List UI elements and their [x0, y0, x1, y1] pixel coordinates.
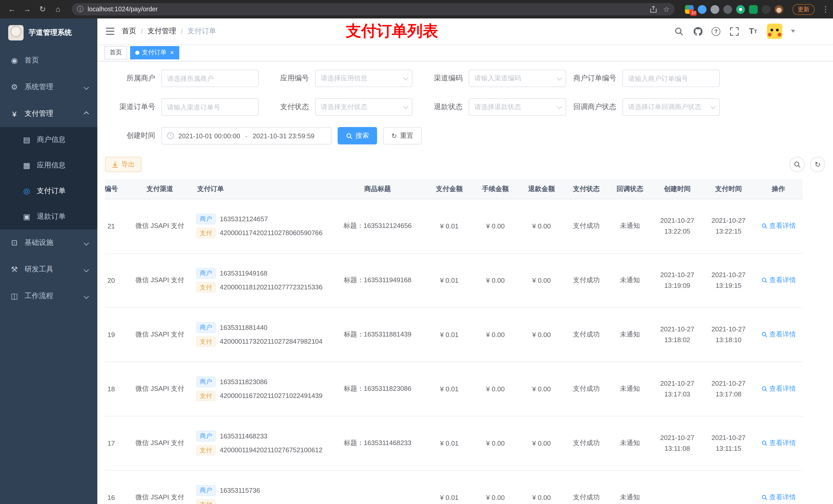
- sidebar-item-label: 基础设施: [25, 238, 85, 247]
- merchant-badge: 商户: [196, 431, 216, 441]
- extension-icon[interactable]: 10: [685, 5, 694, 14]
- pay-badge: 支付: [196, 390, 216, 401]
- channel-order-no-input[interactable]: [161, 98, 259, 116]
- col-actions: 操作: [754, 179, 803, 199]
- extension-icon[interactable]: [762, 5, 770, 14]
- create-time-range-picker[interactable]: 2021-10-01 00:00:00 - 2021-10-31 23:59:5…: [161, 127, 331, 144]
- sidebar-item-pay-order[interactable]: ◎ 支付订单: [0, 178, 97, 204]
- search-icon[interactable]: [674, 26, 684, 37]
- callback-status-select[interactable]: 请选择订单回调商户状态: [622, 98, 720, 116]
- app-filter-select[interactable]: 请选择应用信息: [315, 70, 412, 87]
- menu-fold-icon[interactable]: [105, 27, 115, 35]
- toggle-search-button[interactable]: [789, 157, 805, 172]
- view-detail-link[interactable]: 查看详情: [761, 438, 796, 448]
- pay-status-select[interactable]: 请选择支付状态: [315, 98, 412, 116]
- browser-back-icon[interactable]: ←: [6, 4, 18, 15]
- extension-icon[interactable]: [711, 5, 719, 14]
- extension-icon[interactable]: [698, 5, 707, 14]
- chevron-down-icon: [84, 240, 89, 245]
- sidebar-item-app-info[interactable]: ▦ 应用信息: [0, 153, 97, 178]
- filter-merchant: 所属商户: [105, 70, 259, 87]
- browser-reload-icon[interactable]: ↻: [37, 4, 48, 15]
- sidebar-item-refund-order[interactable]: ▣ 退款订单: [0, 204, 97, 230]
- github-icon[interactable]: [693, 26, 703, 37]
- view-detail-link[interactable]: 查看详情: [761, 221, 796, 231]
- date-line: 2021-10-27: [652, 432, 703, 443]
- sidebar-item-payment[interactable]: ¥ 支付管理: [0, 100, 97, 127]
- tab-pay-order[interactable]: 支付订单 ×: [130, 46, 179, 59]
- user-avatar[interactable]: [767, 24, 782, 39]
- pay-badge: 支付: [196, 336, 216, 347]
- extension-icon[interactable]: [736, 5, 745, 14]
- breadcrumb-home[interactable]: 首页: [122, 27, 136, 36]
- filter-row: 渠道订单号 支付状态 请选择支付状态 退款状态 请选择退款状态: [97, 98, 833, 116]
- cell-id: 20: [105, 253, 126, 307]
- address-bar[interactable]: ⓘ localhost:1024/pay/order ☆: [72, 3, 675, 15]
- fullscreen-icon[interactable]: [729, 26, 739, 37]
- sidebar-item-system[interactable]: ⚙ 系统管理: [0, 74, 97, 100]
- sidebar-item-infrastructure[interactable]: ⊡ 基础设施: [0, 230, 97, 256]
- cell-actions: 查看详情: [754, 199, 803, 253]
- app-logo-row[interactable]: 芋道管理系统: [0, 19, 97, 47]
- time-line: 13:11:08: [652, 443, 703, 454]
- filter-label: 创建时间: [105, 131, 161, 140]
- sidebar-item-merchant-info[interactable]: ▤ 商户信息: [0, 127, 97, 153]
- select-placeholder: 请输入渠道编码: [474, 74, 521, 83]
- chrome-update-button[interactable]: 更新: [792, 4, 814, 15]
- tab-close-icon[interactable]: ×: [170, 49, 174, 56]
- filter-create-time: 创建时间 2021-10-01 00:00:00 - 2021-10-31 23…: [105, 127, 422, 144]
- col-create-time: 创建时间: [652, 179, 703, 199]
- time-line: 13:17:03: [652, 389, 703, 400]
- view-detail-link[interactable]: 查看详情: [761, 384, 796, 393]
- site-info-icon[interactable]: ⓘ: [77, 5, 84, 14]
- cell-notify: 未通知: [608, 362, 652, 416]
- magnifier-icon: [761, 440, 767, 446]
- sidebar-item-dev-tools[interactable]: ⚒ 研发工具: [0, 256, 97, 283]
- profile-avatar-icon[interactable]: [775, 5, 783, 14]
- pay-order-number: 4200001181202110277723215336: [220, 283, 323, 291]
- magnifier-icon: [761, 494, 767, 500]
- sidebar-item-home[interactable]: ◉ 首页: [0, 47, 97, 74]
- refresh-table-button[interactable]: ↻: [810, 157, 825, 172]
- bookmark-star-icon[interactable]: ☆: [663, 5, 670, 13]
- sidebar-item-workflow[interactable]: ◫ 工作流程: [0, 283, 97, 309]
- chrome-menu-icon[interactable]: ⋮: [822, 4, 827, 15]
- col-notify: 回调状态: [608, 179, 652, 199]
- share-icon[interactable]: [650, 6, 657, 13]
- cell-notify: 未通知: [608, 307, 652, 362]
- cell-id: 18: [105, 362, 126, 416]
- merchant-filter-input[interactable]: [161, 70, 259, 87]
- merchant-order-line: 商户 1635311468233: [193, 431, 329, 441]
- reset-button[interactable]: ↻ 重置: [383, 127, 422, 144]
- time-line: 13:18:10: [703, 334, 754, 345]
- view-detail-link[interactable]: 查看详情: [761, 493, 796, 502]
- user-menu-caret-icon[interactable]: [791, 30, 795, 33]
- search-button[interactable]: 搜索: [338, 127, 377, 144]
- tab-label: 支付订单: [142, 48, 166, 57]
- font-size-icon[interactable]: TT: [748, 26, 758, 37]
- help-icon[interactable]: ?: [712, 27, 720, 35]
- cell-create-time: [652, 470, 703, 504]
- date-line: 2021-10-27: [703, 378, 754, 389]
- pay-badge: 支付: [196, 445, 216, 455]
- cell-pay-time: 2021-10-27 13:22:15: [703, 199, 754, 253]
- channel-code-select[interactable]: 请输入渠道编码: [469, 70, 566, 87]
- export-button[interactable]: 导出: [105, 157, 141, 172]
- view-detail-link[interactable]: 查看详情: [761, 275, 796, 285]
- breadcrumb-pay-manage[interactable]: 支付管理: [147, 27, 176, 36]
- view-detail-label: 查看详情: [769, 438, 796, 448]
- merchant-order-line: 商户 16353115736: [193, 485, 329, 496]
- merchant-order-no-input[interactable]: [622, 70, 720, 87]
- extension-icon[interactable]: [749, 5, 758, 14]
- extension-icon[interactable]: [723, 5, 732, 14]
- pay-order-line: 支付 4200001167202110271022491439: [193, 390, 329, 401]
- sidebar-item-label: 支付管理: [25, 109, 85, 118]
- browser-home-icon[interactable]: ⌂: [52, 4, 64, 15]
- browser-forward-icon[interactable]: →: [22, 4, 33, 15]
- refund-status-select[interactable]: 请选择退款状态: [469, 98, 566, 116]
- view-detail-label: 查看详情: [769, 221, 796, 231]
- cell-channel: 微信 JSAPI 支付: [126, 307, 193, 362]
- tab-home[interactable]: 首页: [104, 46, 127, 59]
- refresh-icon: ↻: [814, 160, 820, 169]
- view-detail-link[interactable]: 查看详情: [761, 330, 796, 339]
